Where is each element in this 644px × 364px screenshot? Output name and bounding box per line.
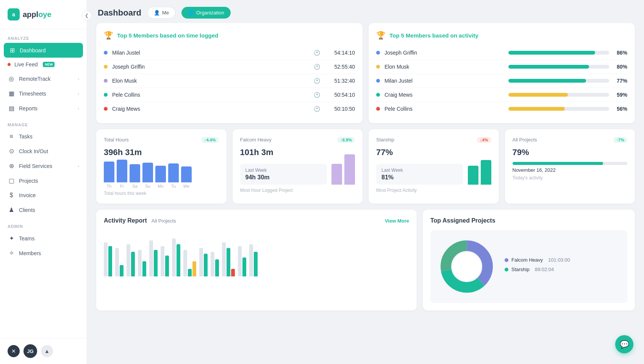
stat-badge: ↑6.9% [337, 137, 355, 143]
tab-organization[interactable]: 🌐 Organization [181, 7, 231, 19]
sidebar-bottom: ✕ JG ▲ [0, 338, 87, 364]
activity-pct: 56% [613, 106, 627, 112]
tab-me[interactable]: 👤 Me [147, 7, 175, 19]
stats-row: Total Hours ↑4.4% 396h 31m Th Fr Sa Su M… [96, 129, 635, 204]
activity-bar-group [249, 244, 258, 276]
activity-bars-chart [104, 231, 409, 276]
clock-icon: 🕐 [314, 50, 320, 56]
bar-item: Fr [117, 160, 127, 188]
sidebar-item-reports[interactable]: ▤ Reports › [0, 101, 87, 116]
sidebar-collapse-button[interactable]: ❮ [82, 11, 92, 20]
total-hours-card: Total Hours ↑4.4% 396h 31m Th Fr Sa Su M… [96, 129, 227, 204]
gray-bar [222, 242, 226, 276]
sidebar-item-remotetrack[interactable]: ◎ RemoteTrack › [0, 71, 87, 86]
bar-label: Su [145, 184, 150, 188]
user-icon: 👤 [154, 10, 160, 16]
legend: Falcom Heavy 101:03:00 Starship 89:02:04 [505, 257, 570, 276]
bar [168, 163, 179, 182]
clockinout-icon: ⊙ [8, 147, 15, 155]
mini-info: Last Week 94h 30m [240, 164, 327, 185]
gray-bar [127, 244, 130, 276]
activity-bar-group [172, 238, 180, 276]
sidebar-item-tasks[interactable]: ≡ Tasks [0, 129, 87, 144]
member-dot [376, 93, 380, 97]
chevron-right-icon: › [78, 106, 79, 111]
dashboard-icon: ⊞ [8, 47, 16, 54]
member-dot [376, 65, 380, 69]
bar [130, 164, 140, 182]
sidebar-item-clients[interactable]: ♟ Clients [0, 202, 87, 217]
last-week-val: 94h 30m [245, 174, 322, 181]
member-name: Pele Collins [112, 92, 309, 98]
member-time: 52:55:40 [325, 64, 355, 70]
logo-text: apploye [23, 10, 52, 19]
last-week-box: Last Week 94h 30m [240, 164, 327, 185]
teams-icon: ✦ [8, 235, 15, 242]
activity-bar: 56% [508, 106, 628, 112]
main-content: Dashboard 👤 Me 🌐 Organization 🏆 Top 5 Me… [87, 0, 644, 364]
sidebar-item-label: Tasks [19, 133, 33, 140]
sidebar-item-projects[interactable]: ▢ Projects [0, 173, 87, 188]
member-name: Elon Musk [112, 78, 309, 84]
up-button[interactable]: ▲ [41, 345, 53, 357]
clock-icon: 🕐 [314, 78, 320, 84]
stat-footer: Today's activity [513, 175, 628, 180]
activity-pct: 80% [613, 64, 627, 70]
section-label-manage: Manage [0, 116, 87, 129]
bar [142, 163, 153, 182]
top5-activity-card: 🏆 Top 5 Members based on activity Joseph… [369, 23, 635, 123]
bar-item: Th [104, 162, 114, 188]
sidebar-item-label: Dashboard [20, 47, 46, 53]
mini-info: Last Week 81% [376, 164, 463, 185]
content-area: 🏆 Top 5 Members based on time logged Mil… [87, 23, 644, 364]
mini-card-inner: Last Week 94h 30m [240, 162, 355, 185]
timesheets-icon: ▦ [8, 90, 15, 97]
sidebar-item-dashboard[interactable]: ⊞ Dashboard [4, 43, 83, 58]
bar-label: Sa [132, 184, 137, 188]
donut-container: Falcom Heavy 101:03:00 Starship 89:02:04 [436, 236, 621, 297]
activity-bar-group [161, 246, 169, 276]
member-dot [104, 51, 108, 55]
sidebar-item-clockinout[interactable]: ⊙ Clock In/Out [0, 144, 87, 158]
teal-bar [204, 254, 208, 276]
stat-badge: ↑4.4% [201, 137, 219, 143]
member-dot [376, 107, 380, 111]
sidebar-item-label: RemoteTrack [19, 76, 51, 82]
sidebar-item-livefeed[interactable]: Live Feed NEW [0, 58, 87, 71]
stat-label: Starship [376, 137, 394, 143]
activity-bar: 59% [508, 92, 628, 98]
chat-fab-button[interactable]: 💬 [615, 335, 633, 353]
member-row: Milan Justel 🕐 54:14:10 [104, 46, 355, 60]
clock-icon: 🕐 [314, 106, 320, 112]
stat-value: 79% [513, 147, 628, 157]
org-icon: 🌐 [188, 10, 194, 16]
chevron-right-icon: › [78, 91, 79, 96]
member-name: Milan Justel [385, 78, 504, 84]
legend-item: Starship 89:02:04 [505, 267, 570, 272]
activity-bar-group [104, 242, 112, 276]
close-button[interactable]: ✕ [8, 345, 20, 357]
sidebar-item-teams[interactable]: ✦ Teams [0, 231, 87, 246]
sidebar-item-fieldservices[interactable]: ⊛ Field Services › [0, 158, 87, 173]
bar-label: Th [107, 184, 112, 188]
section-label-admin: Admin [0, 217, 87, 231]
mini-card-inner: Last Week 81% [376, 162, 491, 185]
member-row: Pele Collins 56% [376, 102, 627, 116]
view-more-link[interactable]: View More [385, 218, 409, 224]
bar-label: Fr [120, 184, 124, 188]
sidebar-item-invoice[interactable]: $ Invoice [0, 188, 87, 202]
allprojects-card: All Projects ↑7% 79% November 16, 2022 T… [505, 129, 635, 204]
legend-value: 101:03:00 [548, 257, 570, 263]
progress-bar [513, 162, 628, 165]
teal-bar [165, 256, 169, 276]
gray-bar [238, 246, 242, 276]
bar-item: Su [142, 163, 153, 188]
sidebar-item-members[interactable]: ✧ Members [0, 246, 87, 260]
sidebar-item-timesheets[interactable]: ▦ Timesheets › [0, 86, 87, 101]
teal-bar [242, 257, 246, 276]
clock-icon: 🕐 [314, 64, 320, 70]
chevron-right-icon: › [78, 164, 79, 168]
bar [155, 166, 166, 182]
sidebar-item-label: Live Feed [14, 61, 38, 67]
legend-name: Starship [511, 267, 530, 272]
